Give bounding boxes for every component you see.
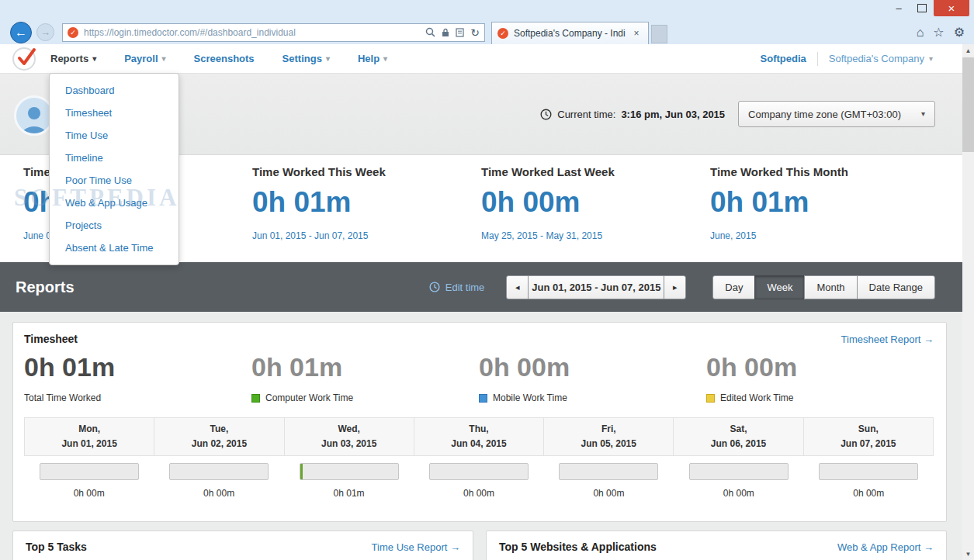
view-day-button[interactable]: Day [712,275,755,299]
day-date: Jun 07, 2015 [841,437,896,451]
timesheet-report-link[interactable]: Timesheet Report → [841,334,934,345]
menu-settings[interactable]: Settings ▾ [282,53,330,64]
mobile-time-legend-icon [479,394,487,403]
day-value: 0h 00m [24,488,154,499]
day-value: 0h 00m [414,488,543,499]
nav-account-area: Softpedia Softpedia's Company ▾ [761,52,962,66]
account-name[interactable]: Softpedia [761,53,806,64]
new-tab-button[interactable] [651,25,667,43]
web-app-report-link[interactable]: Web & App Report → [837,541,934,553]
edit-time-label: Edit time [445,282,485,293]
day-header: Mon,Jun 01, 2015 [24,417,154,456]
date-navigation: ◂ Jun 01, 2015 - Jun 07, 2015 ▸ [506,275,686,299]
menu-item-dashboard[interactable]: Dashboard [50,79,179,102]
menu-item-time-use[interactable]: Time Use [50,124,179,147]
view-switcher: Day Week Month Date Range [712,275,935,299]
summary-label-text: Total Time Worked [24,392,101,403]
caret-down-icon: ▾ [92,55,96,63]
url-text: https://login.timedoctor.com/#/dashboard… [84,27,425,38]
timedoctor-logo[interactable] [12,47,36,71]
top-tasks-title: Top 5 Tasks [26,541,87,553]
forward-button[interactable]: → [36,23,54,41]
bottom-panels: Top 5 Tasks Time Use Report → Top 5 Webs… [12,531,947,560]
browser-actions: ⌂ ☆ ⚙ [917,26,974,39]
day-header: Sun,Jun 07, 2015 [803,417,934,456]
stat-period: June, 2015 [710,230,939,241]
titlebar: – × [0,0,974,20]
menu-item-poor-time-use[interactable]: Poor Time Use [50,169,179,192]
day-header: Fri,Jun 05, 2015 [543,417,674,456]
refresh-icon[interactable]: ↻ [470,26,480,39]
content-area: Timesheet Timesheet Report → 0h 01m Tota… [0,312,962,560]
summary-label: Computer Work Time [251,392,479,403]
tab-favicon-icon: ✓ [497,28,508,39]
timesheet-panel-header: Timesheet Timesheet Report → [24,333,934,345]
scrollbar-thumb[interactable] [962,57,974,152]
menu-help[interactable]: Help ▾ [358,53,387,64]
scroll-down-arrow[interactable]: ▼ [962,548,974,560]
day-bar [559,463,658,480]
day-bar-cell [544,463,674,480]
date-range-label[interactable]: Jun 01, 2015 - Jun 07, 2015 [528,275,664,299]
minimize-button[interactable]: – [887,0,910,16]
day-bar [40,463,139,480]
next-period-button[interactable]: ▸ [664,275,686,299]
prev-period-button[interactable]: ◂ [506,275,529,299]
browser-tab[interactable]: ✓ Softpedia's Company - Indi... × [491,22,649,44]
timesheet-title: Timesheet [24,333,78,345]
close-button[interactable]: × [934,0,969,16]
menu-item-timeline[interactable]: Timeline [50,147,179,169]
time-use-report-link[interactable]: Time Use Report → [372,541,460,553]
menu-item-projects[interactable]: Projects [50,214,179,237]
summary-label-text: Mobile Work Time [493,392,567,403]
reports-dropdown-menu: Dashboard Timesheet Time Use Timeline Po… [49,73,179,265]
edit-time-clock-icon [429,282,440,292]
maximize-button[interactable] [910,0,934,16]
tab-close-button[interactable]: × [630,27,643,40]
timezone-selector[interactable]: Company time zone (GMT+03:00) ▾ [738,101,935,127]
menu-reports[interactable]: Reports ▾ [50,53,96,64]
search-icon[interactable] [425,27,435,37]
stat-value: 0h 01m [710,186,939,219]
summary-computer: 0h 01m Computer Work Time [251,352,479,403]
day-bar-cell [674,463,803,480]
view-week-button[interactable]: Week [754,275,805,299]
lock-icon[interactable] [442,28,449,37]
scroll-up-arrow[interactable]: ▲ [962,44,974,57]
timesheet-day-bars [24,463,934,480]
menu-settings-label: Settings [282,53,322,64]
address-bar[interactable]: ✓ https://login.timedoctor.com/#/dashboa… [62,23,485,42]
view-date-range-button[interactable]: Date Range [857,275,935,299]
page-scrollbar[interactable]: ▲ ▼ [962,44,974,560]
menu-item-absent-late-time[interactable]: Absent & Late Time [50,237,179,259]
home-icon[interactable]: ⌂ [917,26,924,39]
day-value: 0h 01m [284,488,414,499]
day-date: Jun 01, 2015 [61,437,116,451]
back-button[interactable]: ← [10,22,32,43]
logo-check-icon [15,48,36,68]
day-date: Jun 02, 2015 [192,437,247,451]
stat-time-worked-this-month: Time Worked This Month 0h 01m June, 2015 [710,155,939,262]
company-selector[interactable]: Softpedia's Company ▾ [829,53,933,64]
day-date: Jun 05, 2015 [581,437,636,451]
caret-down-icon: ▾ [326,55,330,63]
summary-total: 0h 01m Total Time Worked [24,352,251,403]
day-bar [689,463,789,480]
day-header: Sat,Jun 06, 2015 [673,417,803,456]
stat-title: Time Worked This Week [252,165,481,178]
compatibility-view-icon[interactable] [456,28,464,37]
menu-screenshots[interactable]: Screenshots [194,53,255,64]
day-bar [429,463,529,480]
stat-value: 0h 00m [481,186,710,219]
edit-time-link[interactable]: Edit time [429,282,485,293]
view-month-button[interactable]: Month [804,275,857,299]
menu-item-web-app-usage[interactable]: Web & App Usage [50,192,179,214]
settings-gear-icon[interactable]: ⚙ [954,26,965,39]
stat-time-worked-last-week: Time Worked Last Week 0h 00m May 25, 201… [481,155,710,262]
favorites-star-icon[interactable]: ☆ [933,26,944,39]
menu-item-timesheet[interactable]: Timesheet [50,102,179,124]
summary-label: Total Time Worked [24,392,251,403]
day-date: Jun 06, 2015 [711,437,766,451]
day-value: 0h 00m [804,488,934,499]
menu-payroll[interactable]: Payroll ▾ [124,53,165,64]
